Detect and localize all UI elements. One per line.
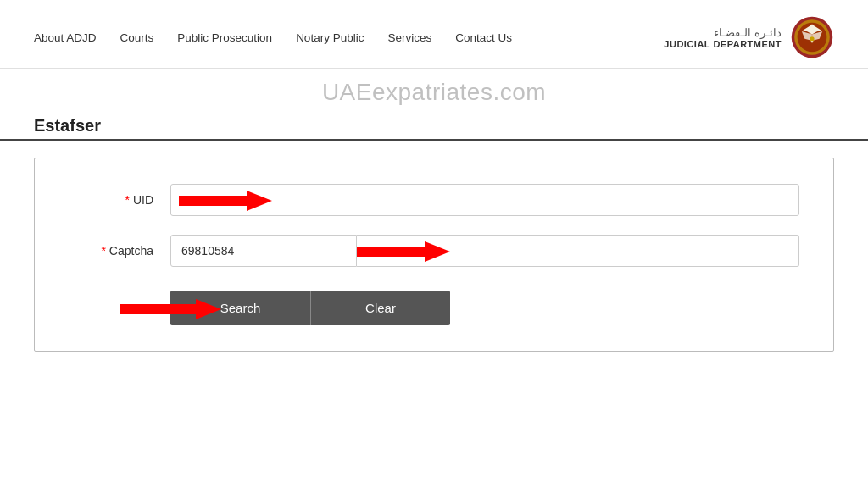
captcha-display: 69810584 [170,235,357,267]
arrow-uid-svg [179,189,272,213]
buttons-container: Search Clear [69,291,799,325]
captcha-label: *Captcha [69,244,170,258]
logo-english: JUDICIAL DEPARTMENT [664,39,782,49]
captcha-row: *Captcha 69810584 [69,235,799,267]
svg-marker-6 [120,299,221,319]
arrow-captcha-svg [357,240,450,263]
nav-prosecution[interactable]: Public Prosecution [177,31,272,44]
svg-marker-4 [179,191,272,211]
page-title-bar: Estafser [0,111,868,141]
clear-button[interactable]: Clear [310,291,450,325]
uid-label: *UID [69,193,170,207]
navigation: About ADJD Courts Public Prosecution Not… [34,31,512,44]
uid-required-star: * [125,193,129,207]
arrow-search-svg [120,297,221,321]
buttons-row: Search Clear [170,291,799,325]
svg-point-3 [810,36,814,41]
captcha-fields: 69810584 [170,235,799,267]
svg-marker-5 [357,241,450,262]
captcha-required-star: * [101,244,105,258]
nav-contact[interactable]: Contact Us [455,31,512,44]
arrow-captcha-icon [357,240,450,267]
nav-notary[interactable]: Notary Public [296,31,364,44]
nav-about[interactable]: About ADJD [34,31,97,44]
nav-services[interactable]: Services [387,31,431,44]
header: About ADJD Courts Public Prosecution Not… [0,0,868,69]
logo-text: دائـرة الـقضـاء JUDICIAL DEPARTMENT [664,26,782,49]
uid-row: *UID [69,184,799,216]
form-card: *UID *Captcha 69810584 [34,158,834,352]
arrow-uid-icon [179,189,272,216]
watermark: UAEexpatriates.com [0,69,868,111]
logo-emblem [790,15,834,59]
page-title: Estafser [34,116,101,139]
arrow-search-icon [120,297,221,324]
logo-arabic: دائـرة الـقضـاء [664,26,782,39]
nav-courts[interactable]: Courts [120,31,154,44]
main-content: *UID *Captcha 69810584 [0,141,868,369]
logo-area: دائـرة الـقضـاء JUDICIAL DEPARTMENT [664,15,834,59]
